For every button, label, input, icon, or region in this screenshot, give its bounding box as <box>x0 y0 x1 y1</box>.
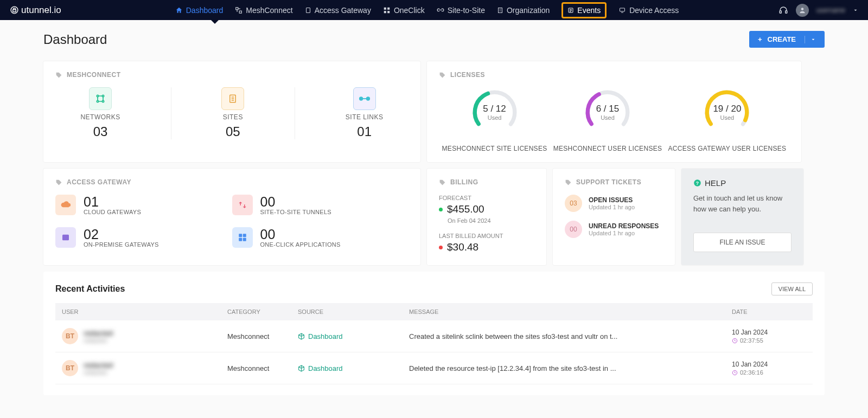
home-icon <box>175 7 183 14</box>
apps-icon <box>238 233 247 242</box>
file-issue-button[interactable]: FILE AN ISSUE <box>693 233 792 252</box>
sitelink-icon <box>359 95 371 102</box>
user-avatar: BT <box>62 360 78 376</box>
billing-forecast-date: On Feb 04 2024 <box>448 217 534 224</box>
svg-rect-30 <box>239 234 242 237</box>
license-mc-user[interactable]: 6 / 15Used MESHCONNECT USER LICENSES <box>553 87 662 152</box>
nav-meshconnect[interactable]: MeshConnect <box>235 0 292 20</box>
card-recent-activities: Recent Activities VIEW ALL USER CATEGORY… <box>43 272 825 395</box>
svg-rect-4 <box>306 8 310 12</box>
mc-networks[interactable]: NETWORKS 03 <box>80 87 120 139</box>
recent-title: Recent Activities <box>55 284 125 294</box>
tag-icon <box>565 179 572 186</box>
svg-point-14 <box>801 8 803 10</box>
svg-point-17 <box>97 100 98 102</box>
nav-access-gateway[interactable]: Access Gateway <box>305 0 371 20</box>
ag-onprem[interactable]: 02ON-PREMISE GATEWAYS <box>55 227 232 248</box>
tag-icon <box>55 72 62 79</box>
svg-rect-13 <box>785 10 787 13</box>
network-icon <box>95 93 106 104</box>
billing-forecast-amount: $455.00 <box>439 203 534 215</box>
svg-rect-11 <box>620 8 625 11</box>
top-nav: utunnel.io Dashboard MeshConnect Access … <box>0 0 868 20</box>
site-icon <box>228 93 238 104</box>
svg-rect-8 <box>387 11 390 13</box>
svg-rect-29 <box>62 235 69 241</box>
tag-icon <box>439 179 446 186</box>
nav-username[interactable]: username <box>816 7 845 14</box>
svg-rect-31 <box>242 234 246 237</box>
nav-events[interactable]: Events <box>561 2 607 18</box>
viewall-button[interactable]: VIEW ALL <box>771 282 813 295</box>
svg-text:?: ? <box>696 181 699 186</box>
ag-s2s[interactable]: 00SITE-TO-SITE TUNNELS <box>232 195 409 215</box>
svg-point-15 <box>97 95 98 97</box>
svg-rect-22 <box>362 98 367 99</box>
svg-point-16 <box>102 95 104 97</box>
card-meshconnect: MESHCONNECT NETWORKS 03 SITES 05 SITE LI <box>43 61 420 162</box>
license-ag-user[interactable]: 19 / 20Used ACCESS GATEWAY USER LICENSES <box>668 87 786 152</box>
user-name-blurred: redacted redacted <box>84 361 113 376</box>
svg-rect-33 <box>242 238 246 241</box>
cube-icon <box>298 333 305 340</box>
chevron-down-icon <box>810 37 816 42</box>
help-icon: ? <box>693 179 701 187</box>
server-icon <box>61 233 71 242</box>
svg-rect-3 <box>239 11 241 13</box>
cell-date: 10 Jan 2024 02:37:55 <box>732 329 797 344</box>
svg-rect-1 <box>13 10 16 12</box>
svg-point-18 <box>102 100 104 102</box>
page-body: Dashboard + CREATE MESHCONNECT NETWORKS … <box>0 20 868 417</box>
chevron-down-icon[interactable] <box>853 8 858 13</box>
user-avatar: BT <box>62 328 78 344</box>
cell-category: Meshconnect <box>227 332 298 340</box>
nav-dashboard[interactable]: Dashboard <box>175 0 224 20</box>
card-billing: BILLING FORECAST $455.00 On Feb 04 2024 … <box>427 169 546 265</box>
ticket-unread[interactable]: 00 UNREAD RESPONSESUpdated 1 hr ago <box>565 221 663 238</box>
cell-message: Deleted the resource test-ip [12.2.34.4]… <box>409 364 732 372</box>
brand-text: utunnel.io <box>21 5 61 16</box>
ticket-open[interactable]: 03 OPEN ISSUESUpdated 1 hr ago <box>565 195 663 212</box>
billing-last-label: LAST BILLED AMOUNT <box>439 233 534 239</box>
card-access-gateway: ACCESS GATEWAY 01CLOUD GATEWAYS 00SITE-T… <box>43 169 420 265</box>
nav-organization[interactable]: Organization <box>497 0 550 20</box>
svg-rect-7 <box>384 11 386 13</box>
headset-icon[interactable] <box>778 5 788 15</box>
nav-device-access[interactable]: Device Access <box>618 0 679 20</box>
cell-source[interactable]: Dashboard <box>298 332 409 340</box>
ag-cloud[interactable]: 01CLOUD GATEWAYS <box>55 195 232 215</box>
cloud-icon <box>60 201 71 209</box>
tag-icon <box>55 179 62 186</box>
mc-sitelinks[interactable]: SITE LINKS 01 <box>346 87 384 139</box>
gateway-icon <box>305 7 311 14</box>
lock-icon <box>10 5 19 15</box>
cube-icon <box>298 365 305 372</box>
license-mc-site[interactable]: 5 / 12Used MESHCONNECT SITE LICENSES <box>442 87 547 152</box>
clock-icon <box>732 370 738 376</box>
nav-oneclick[interactable]: OneClick <box>383 0 425 20</box>
card-tickets: SUPPORT TICKETS 03 OPEN ISSUESUpdated 1 … <box>553 169 675 265</box>
cell-source[interactable]: Dashboard <box>298 364 409 372</box>
nav-site-to-site[interactable]: Site-to-Site <box>437 0 485 20</box>
svg-rect-6 <box>387 7 390 9</box>
svg-rect-2 <box>236 7 238 9</box>
plus-icon: + <box>758 35 762 43</box>
link-icon <box>437 7 444 14</box>
create-button[interactable]: + CREATE <box>749 31 825 48</box>
list-icon <box>567 7 574 14</box>
mc-sites[interactable]: SITES 05 <box>221 87 244 139</box>
page-title: Dashboard <box>43 32 107 47</box>
brand-logo[interactable]: utunnel.io <box>10 5 61 16</box>
table-row[interactable]: BT redacted redacted Meshconnect Dashboa… <box>55 352 813 384</box>
table-header: USER CATEGORY SOURCE MESSAGE DATE <box>55 303 813 320</box>
user-avatar-icon[interactable] <box>796 4 809 17</box>
tag-icon <box>439 72 446 79</box>
clock-icon <box>732 338 738 344</box>
nav-active-indicator <box>211 20 219 24</box>
cell-message: Created a sitelink sclink between the si… <box>409 332 732 340</box>
ag-oneclick[interactable]: 00ONE-CLICK APPLICATIONS <box>232 227 409 248</box>
building-icon <box>497 7 503 14</box>
table-row[interactable]: BT redacted redacted Meshconnect Dashboa… <box>55 320 813 352</box>
nav-items: Dashboard MeshConnect Access Gateway One… <box>175 0 679 20</box>
card-help: ? HELP Get in touch and let us know how … <box>681 169 803 265</box>
